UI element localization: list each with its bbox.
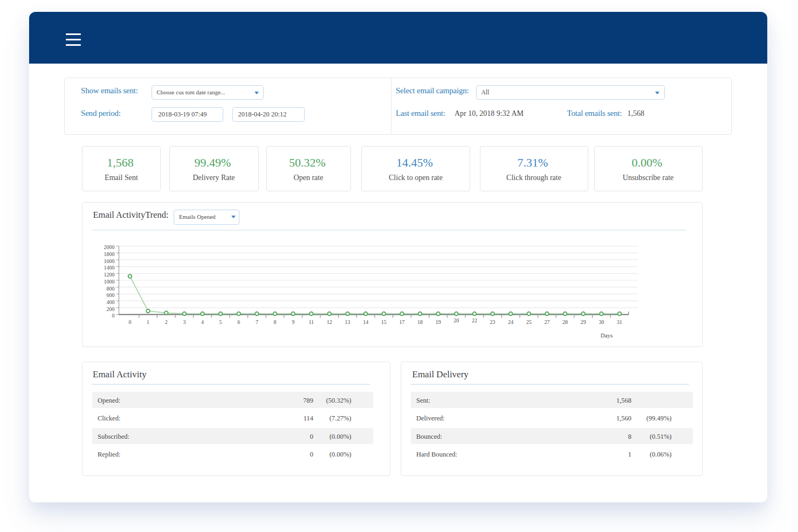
svg-text:1200: 1200 <box>104 272 115 278</box>
svg-text:3: 3 <box>183 319 185 325</box>
svg-text:22: 22 <box>472 317 477 323</box>
svg-text:23: 23 <box>490 319 496 325</box>
svg-text:19: 19 <box>436 319 441 325</box>
svg-text:1000: 1000 <box>104 279 115 285</box>
svg-text:0: 0 <box>112 313 115 319</box>
svg-text:1: 1 <box>147 319 149 325</box>
svg-text:14: 14 <box>363 319 368 325</box>
svg-text:27: 27 <box>545 319 550 325</box>
svg-text:7: 7 <box>256 319 258 325</box>
svg-text:4: 4 <box>201 319 204 325</box>
svg-text:13: 13 <box>345 319 350 325</box>
svg-text:15: 15 <box>381 319 387 325</box>
svg-text:1800: 1800 <box>104 251 115 257</box>
svg-text:6: 6 <box>237 319 240 325</box>
svg-text:17: 17 <box>399 319 404 325</box>
svg-text:0: 0 <box>129 319 132 325</box>
svg-text:28: 28 <box>562 319 568 325</box>
svg-text:12: 12 <box>327 319 332 325</box>
svg-text:2: 2 <box>165 319 168 325</box>
svg-text:1400: 1400 <box>104 265 115 271</box>
svg-text:25: 25 <box>526 319 532 325</box>
svg-text:Days: Days <box>601 332 613 338</box>
svg-text:29: 29 <box>581 319 586 325</box>
svg-text:1600: 1600 <box>104 258 115 264</box>
svg-text:24: 24 <box>508 319 513 325</box>
svg-text:400: 400 <box>107 299 115 305</box>
svg-text:11: 11 <box>308 319 314 325</box>
svg-text:200: 200 <box>107 306 115 312</box>
svg-text:20: 20 <box>453 317 459 323</box>
svg-text:2000: 2000 <box>104 244 115 250</box>
svg-text:18: 18 <box>417 319 423 325</box>
svg-text:30: 30 <box>598 319 604 325</box>
svg-text:600: 600 <box>107 292 115 298</box>
svg-text:8: 8 <box>274 319 277 325</box>
svg-text:800: 800 <box>107 286 115 292</box>
svg-text:31: 31 <box>617 319 622 325</box>
svg-text:5: 5 <box>219 319 222 325</box>
svg-text:9: 9 <box>292 319 294 325</box>
